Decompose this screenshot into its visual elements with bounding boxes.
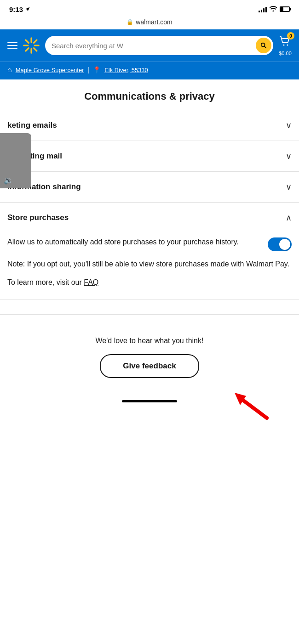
store-purchases-header[interactable]: Store purchases ∧ (0, 203, 299, 233)
marketing-mail-header[interactable]: Marketing mail ∨ (0, 141, 299, 171)
pin-icon: 📍 (93, 66, 101, 73)
page-content: Communications & privacy keting emails ∨… (0, 79, 299, 406)
store-purchases-content: Allow us to automatically add store purc… (0, 233, 299, 299)
location-link[interactable]: Elk River, 55330 (104, 67, 148, 73)
location-divider: | (88, 66, 90, 73)
information-sharing-chevron: ∨ (286, 182, 292, 192)
location-arrow-icon (25, 6, 30, 12)
status-time: 9:13 (9, 6, 30, 13)
feedback-prompt: We'd love to hear what you think! (7, 337, 292, 345)
store-purchases-toggle-text: Allow us to automatically add store purc… (7, 237, 268, 248)
faq-text: To learn more, visit our FAQ (7, 277, 292, 288)
feedback-section: We'd love to hear what you think! Give f… (0, 314, 299, 393)
store-purchases-chevron: ∧ (286, 213, 292, 223)
information-sharing-header[interactable]: Information sharing ∨ (0, 172, 299, 202)
faq-link[interactable]: FAQ (84, 278, 98, 286)
store-link[interactable]: Maple Grove Supercenter (16, 67, 84, 73)
walmart-spark-logo[interactable] (23, 37, 40, 54)
lock-icon: 🔒 (126, 19, 133, 25)
toggle-thumb (279, 239, 290, 250)
faq-prefix: To learn more, visit our (7, 278, 84, 286)
svg-line-5 (34, 48, 37, 51)
marketing-emails-label: keting emails (7, 121, 57, 130)
hamburger-menu-icon[interactable] (7, 42, 17, 49)
store-purchases-section: Store purchases ∧ Allow us to automatica… (0, 203, 299, 299)
svg-line-6 (34, 40, 37, 43)
page-title: Communications & privacy (7, 90, 292, 102)
search-input[interactable] (52, 42, 256, 50)
cart-badge: 0 (287, 32, 294, 40)
marketing-emails-chevron: ∨ (286, 120, 292, 130)
search-bar (45, 36, 273, 55)
store-purchases-toggle-row: Allow us to automatically add store purc… (7, 237, 292, 251)
wifi-icon (270, 6, 277, 13)
time-display: 9:13 (9, 6, 23, 13)
marketing-mail-chevron: ∨ (286, 151, 292, 161)
search-button[interactable] (256, 38, 271, 53)
cart-price: $0.00 (279, 51, 292, 56)
give-feedback-button[interactable]: Give feedback (100, 354, 199, 378)
status-bar: 9:13 (0, 0, 299, 17)
information-sharing-section: Information sharing ∨ (0, 172, 299, 203)
page-title-section: Communications & privacy (0, 79, 299, 110)
marketing-mail-section: Marketing mail ∨ (0, 141, 299, 172)
location-bar: ⌂ Maple Grove Supercenter | 📍 Elk River,… (0, 62, 299, 79)
battery-icon (280, 6, 290, 12)
svg-line-4 (26, 40, 29, 43)
cart-container[interactable]: 0 $0.00 (279, 35, 292, 56)
svg-line-9 (264, 46, 266, 48)
store-home-icon: ⌂ (7, 66, 12, 74)
url-text: walmart.com (136, 18, 172, 26)
marketing-emails-section: keting emails ∨ (0, 110, 299, 141)
audio-icon: 🔉 (4, 176, 13, 185)
svg-line-7 (26, 48, 29, 51)
store-purchases-label: Store purchases (7, 213, 69, 222)
svg-point-11 (287, 45, 288, 46)
store-purchases-toggle[interactable] (268, 237, 292, 251)
store-purchases-note: Note: If you opt out, you'll still be ab… (7, 259, 292, 270)
status-icons (259, 6, 290, 13)
home-indicator-bar (122, 400, 177, 402)
url-bar: 🔒 walmart.com (0, 17, 299, 29)
marketing-emails-header[interactable]: keting emails ∨ (0, 110, 299, 141)
signal-bars (259, 6, 267, 12)
walmart-header: 0 $0.00 (0, 29, 299, 62)
svg-point-10 (283, 45, 285, 46)
floating-media-panel: 🔉 (0, 133, 31, 188)
red-arrow-annotation (225, 386, 271, 424)
